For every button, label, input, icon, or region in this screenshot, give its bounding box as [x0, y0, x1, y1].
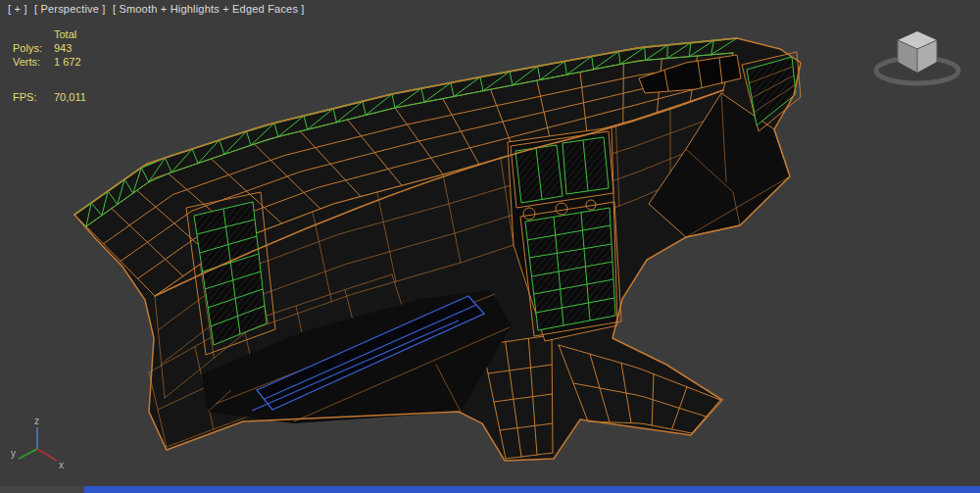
axis-z-label: z	[34, 416, 39, 426]
axis-x-line	[37, 449, 57, 461]
viewport-view-menu[interactable]: [ Perspective ]	[34, 3, 106, 15]
stats-fps-value: 70,011	[54, 90, 86, 104]
stats-polys-value: 943	[54, 41, 72, 55]
axis-x-label: x	[59, 460, 64, 470]
stats-spacer	[13, 27, 54, 41]
stats-fps-label: FPS:	[13, 90, 54, 104]
stats-polys-row: Polys: 943	[13, 41, 86, 55]
viewport-general-menu[interactable]: [ + ]	[8, 3, 27, 15]
stats-verts-value: 1 672	[54, 55, 81, 69]
stats-fps-row: FPS: 70,011	[13, 90, 86, 104]
viewport-shading-menu[interactable]: [ Smooth + Highlights + Edged Faces ]	[113, 3, 305, 15]
view-cube[interactable]	[868, 24, 966, 92]
bottom-bar	[0, 486, 980, 493]
main-viewport[interactable]: [ + ] [ Perspective ] [ Smooth + Highlig…	[0, 0, 980, 493]
viewport-canvas[interactable]	[0, 0, 980, 493]
stats-total-row: Total	[13, 27, 86, 41]
stats-total-header: Total	[54, 27, 76, 41]
stats-verts-label: Verts:	[13, 55, 54, 69]
bottom-bar-left-segment	[0, 486, 84, 493]
axis-y-label: y	[11, 448, 16, 459]
statistics-overlay: Total Polys: 943 Verts: 1 672 FPS: 70,01…	[13, 27, 86, 104]
stats-polys-label: Polys:	[13, 41, 54, 55]
axis-tripod: z y x	[8, 416, 69, 472]
stats-verts-row: Verts: 1 672	[13, 55, 86, 69]
viewport-label: [ + ] [ Perspective ] [ Smooth + Highlig…	[8, 3, 309, 15]
axis-y-line	[19, 449, 37, 459]
